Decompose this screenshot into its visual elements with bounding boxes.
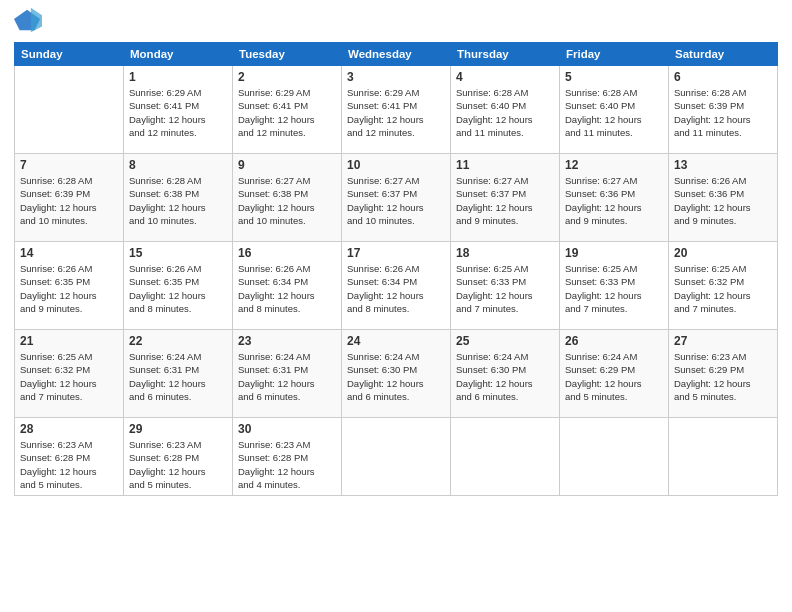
day-number: 21: [20, 334, 118, 348]
day-number: 10: [347, 158, 445, 172]
day-number: 27: [674, 334, 772, 348]
day-info: Sunrise: 6:26 AMSunset: 6:36 PMDaylight:…: [674, 174, 772, 227]
day-number: 20: [674, 246, 772, 260]
day-info: Sunrise: 6:29 AMSunset: 6:41 PMDaylight:…: [347, 86, 445, 139]
header-cell-wednesday: Wednesday: [342, 43, 451, 66]
day-info: Sunrise: 6:23 AMSunset: 6:28 PMDaylight:…: [20, 438, 118, 491]
day-number: 15: [129, 246, 227, 260]
day-cell: 25Sunrise: 6:24 AMSunset: 6:30 PMDayligh…: [451, 330, 560, 418]
day-info: Sunrise: 6:24 AMSunset: 6:31 PMDaylight:…: [129, 350, 227, 403]
logo-icon: [14, 6, 42, 34]
day-cell: 18Sunrise: 6:25 AMSunset: 6:33 PMDayligh…: [451, 242, 560, 330]
day-number: 30: [238, 422, 336, 436]
day-number: 12: [565, 158, 663, 172]
day-info: Sunrise: 6:28 AMSunset: 6:39 PMDaylight:…: [674, 86, 772, 139]
day-cell: 22Sunrise: 6:24 AMSunset: 6:31 PMDayligh…: [124, 330, 233, 418]
day-info: Sunrise: 6:23 AMSunset: 6:29 PMDaylight:…: [674, 350, 772, 403]
day-info: Sunrise: 6:27 AMSunset: 6:37 PMDaylight:…: [456, 174, 554, 227]
day-number: 6: [674, 70, 772, 84]
day-number: 18: [456, 246, 554, 260]
day-info: Sunrise: 6:23 AMSunset: 6:28 PMDaylight:…: [238, 438, 336, 491]
day-info: Sunrise: 6:25 AMSunset: 6:32 PMDaylight:…: [20, 350, 118, 403]
day-number: 7: [20, 158, 118, 172]
day-cell: [560, 418, 669, 496]
day-info: Sunrise: 6:27 AMSunset: 6:38 PMDaylight:…: [238, 174, 336, 227]
day-cell: 16Sunrise: 6:26 AMSunset: 6:34 PMDayligh…: [233, 242, 342, 330]
logo: [14, 10, 42, 34]
header-cell-tuesday: Tuesday: [233, 43, 342, 66]
day-info: Sunrise: 6:24 AMSunset: 6:29 PMDaylight:…: [565, 350, 663, 403]
day-info: Sunrise: 6:24 AMSunset: 6:31 PMDaylight:…: [238, 350, 336, 403]
day-cell: 4Sunrise: 6:28 AMSunset: 6:40 PMDaylight…: [451, 66, 560, 154]
header-row: SundayMondayTuesdayWednesdayThursdayFrid…: [15, 43, 778, 66]
day-number: 16: [238, 246, 336, 260]
day-number: 8: [129, 158, 227, 172]
day-number: 29: [129, 422, 227, 436]
day-cell: 26Sunrise: 6:24 AMSunset: 6:29 PMDayligh…: [560, 330, 669, 418]
day-number: 9: [238, 158, 336, 172]
week-row-4: 21Sunrise: 6:25 AMSunset: 6:32 PMDayligh…: [15, 330, 778, 418]
day-cell: 6Sunrise: 6:28 AMSunset: 6:39 PMDaylight…: [669, 66, 778, 154]
day-info: Sunrise: 6:28 AMSunset: 6:38 PMDaylight:…: [129, 174, 227, 227]
day-cell: 9Sunrise: 6:27 AMSunset: 6:38 PMDaylight…: [233, 154, 342, 242]
header-cell-monday: Monday: [124, 43, 233, 66]
day-info: Sunrise: 6:25 AMSunset: 6:33 PMDaylight:…: [565, 262, 663, 315]
day-info: Sunrise: 6:27 AMSunset: 6:37 PMDaylight:…: [347, 174, 445, 227]
day-cell: 21Sunrise: 6:25 AMSunset: 6:32 PMDayligh…: [15, 330, 124, 418]
header-cell-friday: Friday: [560, 43, 669, 66]
day-info: Sunrise: 6:28 AMSunset: 6:40 PMDaylight:…: [565, 86, 663, 139]
day-cell: 15Sunrise: 6:26 AMSunset: 6:35 PMDayligh…: [124, 242, 233, 330]
day-info: Sunrise: 6:26 AMSunset: 6:34 PMDaylight:…: [238, 262, 336, 315]
day-info: Sunrise: 6:23 AMSunset: 6:28 PMDaylight:…: [129, 438, 227, 491]
header-cell-thursday: Thursday: [451, 43, 560, 66]
day-info: Sunrise: 6:24 AMSunset: 6:30 PMDaylight:…: [347, 350, 445, 403]
day-cell: [342, 418, 451, 496]
day-cell: 10Sunrise: 6:27 AMSunset: 6:37 PMDayligh…: [342, 154, 451, 242]
day-number: 1: [129, 70, 227, 84]
day-cell: 23Sunrise: 6:24 AMSunset: 6:31 PMDayligh…: [233, 330, 342, 418]
day-info: Sunrise: 6:28 AMSunset: 6:40 PMDaylight:…: [456, 86, 554, 139]
day-cell: 20Sunrise: 6:25 AMSunset: 6:32 PMDayligh…: [669, 242, 778, 330]
week-row-3: 14Sunrise: 6:26 AMSunset: 6:35 PMDayligh…: [15, 242, 778, 330]
day-cell: 24Sunrise: 6:24 AMSunset: 6:30 PMDayligh…: [342, 330, 451, 418]
header-cell-saturday: Saturday: [669, 43, 778, 66]
day-number: 23: [238, 334, 336, 348]
day-number: 19: [565, 246, 663, 260]
day-cell: [15, 66, 124, 154]
day-cell: 5Sunrise: 6:28 AMSunset: 6:40 PMDaylight…: [560, 66, 669, 154]
day-cell: 1Sunrise: 6:29 AMSunset: 6:41 PMDaylight…: [124, 66, 233, 154]
day-number: 5: [565, 70, 663, 84]
week-row-5: 28Sunrise: 6:23 AMSunset: 6:28 PMDayligh…: [15, 418, 778, 496]
day-info: Sunrise: 6:25 AMSunset: 6:33 PMDaylight:…: [456, 262, 554, 315]
day-info: Sunrise: 6:25 AMSunset: 6:32 PMDaylight:…: [674, 262, 772, 315]
day-cell: 3Sunrise: 6:29 AMSunset: 6:41 PMDaylight…: [342, 66, 451, 154]
day-cell: 13Sunrise: 6:26 AMSunset: 6:36 PMDayligh…: [669, 154, 778, 242]
day-cell: [451, 418, 560, 496]
day-cell: 7Sunrise: 6:28 AMSunset: 6:39 PMDaylight…: [15, 154, 124, 242]
day-number: 28: [20, 422, 118, 436]
day-info: Sunrise: 6:26 AMSunset: 6:35 PMDaylight:…: [129, 262, 227, 315]
day-number: 4: [456, 70, 554, 84]
day-cell: 14Sunrise: 6:26 AMSunset: 6:35 PMDayligh…: [15, 242, 124, 330]
day-cell: 29Sunrise: 6:23 AMSunset: 6:28 PMDayligh…: [124, 418, 233, 496]
day-info: Sunrise: 6:29 AMSunset: 6:41 PMDaylight:…: [238, 86, 336, 139]
day-info: Sunrise: 6:29 AMSunset: 6:41 PMDaylight:…: [129, 86, 227, 139]
day-number: 3: [347, 70, 445, 84]
page: SundayMondayTuesdayWednesdayThursdayFrid…: [0, 0, 792, 612]
day-number: 2: [238, 70, 336, 84]
day-number: 24: [347, 334, 445, 348]
header: [14, 10, 778, 34]
day-cell: 8Sunrise: 6:28 AMSunset: 6:38 PMDaylight…: [124, 154, 233, 242]
day-number: 22: [129, 334, 227, 348]
day-cell: 27Sunrise: 6:23 AMSunset: 6:29 PMDayligh…: [669, 330, 778, 418]
day-info: Sunrise: 6:27 AMSunset: 6:36 PMDaylight:…: [565, 174, 663, 227]
day-cell: 11Sunrise: 6:27 AMSunset: 6:37 PMDayligh…: [451, 154, 560, 242]
day-number: 13: [674, 158, 772, 172]
calendar-table: SundayMondayTuesdayWednesdayThursdayFrid…: [14, 42, 778, 496]
day-cell: 28Sunrise: 6:23 AMSunset: 6:28 PMDayligh…: [15, 418, 124, 496]
day-number: 14: [20, 246, 118, 260]
day-number: 25: [456, 334, 554, 348]
day-cell: 19Sunrise: 6:25 AMSunset: 6:33 PMDayligh…: [560, 242, 669, 330]
day-number: 17: [347, 246, 445, 260]
day-cell: [669, 418, 778, 496]
